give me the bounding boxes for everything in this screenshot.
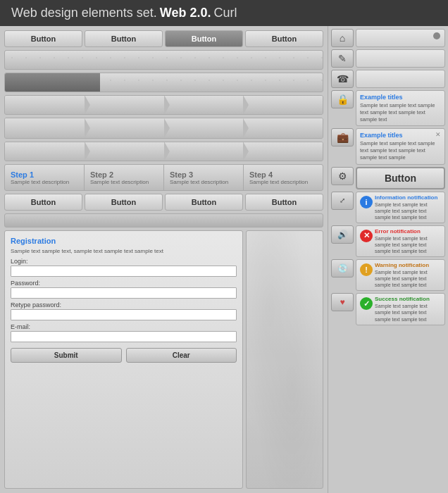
step-3-desc: Sample text description — [170, 179, 237, 185]
briefcase-icon-btn[interactable]: 💼 — [331, 128, 354, 146]
content-area: Button Button Button Button — [0, 26, 448, 493]
success-notification: ✓ Success notification Sample text sampl… — [356, 293, 445, 325]
left-panel: Button Button Button Button — [0, 26, 328, 493]
step-4: Step 4 Sample text description — [244, 165, 323, 190]
warning-icon: ! — [360, 263, 373, 276]
header: Web design elements set. Web 2.0. Curl — [0, 0, 448, 26]
arrow-item-3d[interactable] — [243, 142, 323, 161]
dot-indicator — [433, 32, 440, 39]
success-notif-text: Sample text sample text sample text samp… — [375, 303, 441, 322]
tab-btn-3[interactable]: Button — [165, 30, 243, 47]
step-1: Step 1 Sample text description — [5, 165, 85, 190]
right-content-1 — [356, 29, 445, 47]
registration-form: Registration Sample text sample text, sa… — [4, 230, 243, 489]
step-2-title: Step 2 — [90, 170, 158, 179]
retype-input[interactable] — [11, 309, 237, 320]
right-row-1: ⌂ — [331, 29, 445, 47]
arrow-item-1c[interactable] — [164, 96, 244, 114]
bottom-btn-3[interactable]: Button — [165, 194, 243, 211]
arrow-item-3c[interactable] — [164, 142, 244, 161]
arrow-item-2a[interactable] — [5, 118, 85, 138]
arrow-item-1d[interactable] — [243, 96, 323, 114]
right-row-7: ⤢ i Information notification Sample text… — [331, 192, 445, 223]
step-2-desc: Sample text description — [90, 179, 158, 185]
right-row-4: 🔒 Example titles Sample text sample text… — [331, 90, 445, 126]
arrow-item-1a[interactable] — [5, 96, 85, 114]
email-label: E-mail: — [11, 323, 237, 330]
tab-btn-4[interactable]: Button — [245, 30, 323, 47]
bottom-btn-2[interactable]: Button — [85, 194, 163, 211]
step-4-desc: Sample text description — [249, 179, 317, 185]
top-button-row: Button Button Button Button — [4, 30, 323, 47]
form-buttons: Submit Clear — [11, 348, 237, 363]
bottom-btn-4[interactable]: Button — [245, 194, 323, 211]
lock-icon-btn[interactable]: 🔒 — [331, 90, 354, 108]
header-text-normal: Web design elements set. — [11, 6, 157, 20]
warning-notif-text: Sample text sample text sample text samp… — [375, 269, 441, 288]
arrow-item-2d[interactable] — [243, 118, 323, 138]
warning-notification: ! Warning notification Sample text sampl… — [356, 259, 445, 291]
progress-bar-section — [4, 73, 323, 92]
info-notification: i Information notification Sample text s… — [356, 192, 445, 223]
example-title-1: Example titles — [360, 94, 441, 101]
arrow-item-3a[interactable] — [5, 142, 85, 161]
step-4-title: Step 4 — [249, 170, 317, 179]
right-row-8: 🔊 ✕ Error notification Sample text sampl… — [331, 225, 445, 257]
form-title: Registration — [11, 237, 237, 245]
arrow-item-2b[interactable] — [85, 118, 164, 138]
right-content-3 — [356, 70, 445, 88]
right-row-10: ♥ ✓ Success notification Sample text sam… — [331, 293, 445, 325]
right-row-5: 💼 Example titles Sample text sample text… — [331, 128, 445, 164]
login-input[interactable] — [11, 266, 237, 277]
step-1-title: Step 1 — [11, 170, 78, 179]
arrow-row-2 — [4, 118, 323, 139]
home-icon-btn[interactable]: ⌂ — [331, 29, 354, 47]
arrow-item-3b[interactable] — [85, 142, 164, 161]
right-panel: ⌂ ✎ ☎ 🔒 — [328, 26, 448, 493]
info-icon: i — [360, 196, 373, 208]
arrow-item-1b[interactable] — [85, 96, 164, 114]
close-icon-1[interactable]: ✕ — [435, 132, 441, 138]
password-input[interactable] — [11, 287, 237, 299]
arrow-row-1 — [4, 95, 323, 115]
expand-icon-btn[interactable]: ⤢ — [331, 192, 354, 210]
gear-icon-btn[interactable]: ⚙ — [331, 167, 354, 185]
right-row-6: ⚙ Button — [331, 167, 445, 189]
image-panel — [246, 230, 323, 489]
login-label: Login: — [11, 258, 237, 265]
progress-bar-fill — [5, 73, 100, 92]
password-group: Password: — [11, 280, 237, 299]
password-label: Password: — [11, 280, 237, 287]
header-text-bold: Web 2.0. — [160, 6, 211, 20]
tab-btn-2[interactable]: Button — [85, 30, 163, 47]
error-notification: ✕ Error notification Sample text sample … — [356, 225, 445, 257]
success-notif-title: Success notification — [375, 296, 441, 302]
email-input[interactable] — [11, 331, 237, 342]
example-title-2: Example titles — [360, 132, 435, 139]
spacer-bar — [4, 213, 323, 227]
plain-bar-1 — [4, 50, 323, 70]
step-1-desc: Sample text description — [11, 179, 78, 185]
edit-icon-btn[interactable]: ✎ — [331, 49, 354, 68]
sound-icon-btn[interactable]: 🔊 — [331, 225, 354, 244]
error-notif-text: Sample text sample text sample text samp… — [375, 235, 441, 254]
example-text-2: Sample text sample text sample text samp… — [360, 140, 435, 161]
phone-icon-btn[interactable]: ☎ — [331, 70, 354, 88]
big-button[interactable]: Button — [356, 167, 445, 189]
clear-button[interactable]: Clear — [126, 348, 237, 363]
main-container: Web design elements set. Web 2.0. Curl B… — [0, 0, 448, 493]
heart-icon-btn[interactable]: ♥ — [331, 293, 354, 311]
tab-btn-1[interactable]: Button — [4, 30, 82, 47]
arrow-item-2c[interactable] — [164, 118, 244, 138]
right-content-4: Example titles Sample text sample text s… — [356, 90, 445, 126]
info-notif-title: Information notification — [375, 194, 441, 201]
right-row-2: ✎ — [331, 49, 445, 68]
right-row-3: ☎ — [331, 70, 445, 88]
email-group: E-mail: — [11, 323, 237, 342]
form-description: Sample text sample text, sample text sam… — [11, 248, 237, 255]
right-row-9: 💿 ! Warning notification Sample text sam… — [331, 259, 445, 291]
submit-button[interactable]: Submit — [11, 348, 122, 363]
cd-icon-btn[interactable]: 💿 — [331, 259, 354, 277]
bottom-btn-1[interactable]: Button — [4, 194, 82, 211]
retype-label: Retype password: — [11, 301, 237, 308]
